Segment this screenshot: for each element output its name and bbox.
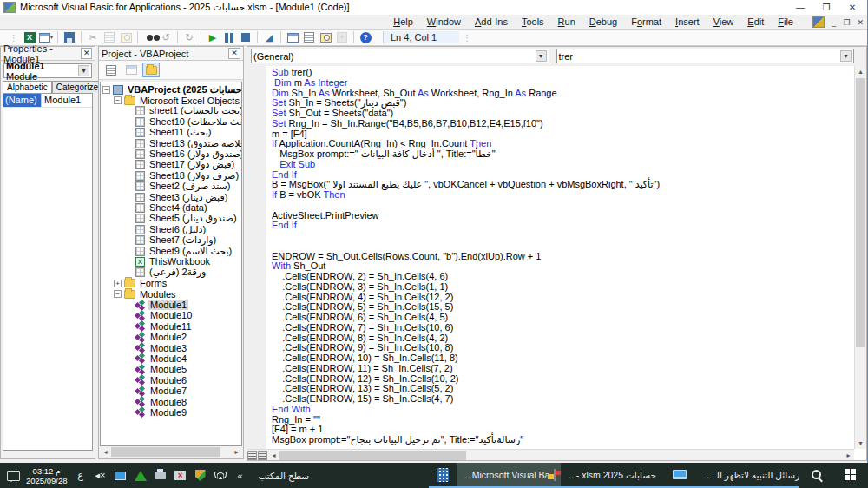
procedure-combo[interactable]: trer ▾ (556, 49, 855, 63)
code-editor[interactable]: Sub trer() Dim m As IntegerDim Sh_In As … (247, 66, 854, 449)
minimize-button[interactable]: — (787, 0, 813, 15)
code-line[interactable]: Dim m As Integer (272, 78, 854, 89)
title-bar[interactable]: Microsoft Visual Basic for Applications … (0, 0, 867, 15)
tree-item[interactable]: Module4 (102, 353, 241, 364)
view-code-icon[interactable] (102, 63, 120, 77)
tree-item[interactable]: Sheet18 (صرف دولار) (102, 170, 241, 181)
tree-expander-icon[interactable]: − (114, 290, 122, 298)
tree-item-label[interactable]: Sheet2 (سند صرف) (148, 181, 232, 192)
menu-add-ins[interactable]: Add-Ins (469, 16, 514, 28)
code-line[interactable] (272, 241, 854, 252)
close-button[interactable]: ✕ (839, 0, 865, 15)
properties-header[interactable]: Properties - Module1 ✕ (1, 47, 95, 61)
tree-item[interactable]: Sheet7 (واردات) (102, 234, 241, 245)
tree-item-label[interactable]: Module9 (148, 407, 188, 418)
tree-item[interactable]: Sheet16 (صندوق دولار) (102, 148, 241, 159)
tree-item[interactable]: Sheet11 (بحث) (102, 128, 241, 138)
mdi-minimize-button[interactable]: _ (832, 18, 836, 27)
tree-item-label[interactable]: Sheet13 (خلاصة صندوق) (148, 138, 242, 149)
scroll-left-icon[interactable]: ◂ (100, 446, 111, 458)
toolbar-grip-2[interactable]: ⋮ (463, 33, 471, 43)
tree-item[interactable]: Module3 (102, 342, 241, 353)
code-hscrollbar[interactable]: ◂ ▸ (247, 449, 854, 460)
tree-item[interactable]: −VBAProject (2025 حسابات.xlsm) (102, 84, 241, 95)
tree-item[interactable]: −Modules (102, 288, 241, 299)
scroll-up-icon[interactable]: ▴ (855, 66, 866, 77)
menu-debug[interactable]: Debug (583, 16, 623, 28)
menu-file[interactable]: File (772, 16, 799, 28)
tree-item[interactable]: Sheet13 (خلاصة صندوق) (102, 138, 241, 148)
wifi-icon[interactable] (214, 469, 227, 483)
code-line[interactable]: ActiveSheet.PrintPreview (272, 211, 854, 221)
mdi-restore-button[interactable]: ❐ (843, 18, 850, 27)
find-icon[interactable] (141, 30, 157, 44)
tree-item-label[interactable]: Sheet18 (صرف دولار) (148, 170, 240, 181)
tree-item-label[interactable]: Sheet7 (واردات) (148, 234, 218, 246)
tree-item[interactable]: XThisWorkbook (102, 256, 241, 267)
display-tray-icon[interactable] (114, 469, 128, 483)
code-line[interactable]: Set Rng_In = Sh_In.Range("B4,B5,B6,B7,B1… (272, 119, 854, 129)
tree-item-label[interactable]: Modules (138, 289, 178, 300)
tree-item[interactable]: Module5 (102, 364, 241, 374)
margin-indicator-bar[interactable] (247, 66, 266, 449)
code-line[interactable]: .Cells(ENDROW, 3) = Sh_In.Cells(1, 1) (272, 282, 854, 293)
project-hscrollbar[interactable]: ◂ ▸ (100, 446, 242, 458)
code-line[interactable]: .Cells(ENDROW, 10) = Sh_In.Cells(11, 8) (272, 353, 854, 364)
tree-item[interactable]: Module10 (102, 310, 241, 320)
code-line[interactable]: .Cells(ENDROW, 2) = Sh_In.Cells(4, 6) (272, 272, 854, 282)
tree-item[interactable]: Module8 (102, 396, 241, 406)
menu-insert[interactable]: Insert (669, 16, 706, 28)
tree-item-label[interactable]: Sheet6 (دليل) (148, 224, 207, 235)
full-module-view-icon[interactable] (258, 451, 267, 460)
tree-item-label[interactable]: ورقة2 (فرعي) (148, 267, 207, 278)
code-line[interactable]: Rng_In = "" (272, 415, 854, 425)
tree-item-label[interactable]: Microsoft Excel Objects (138, 96, 241, 106)
tree-expander-icon[interactable]: − (114, 96, 122, 104)
project-explorer-icon[interactable] (285, 30, 300, 44)
tree-item-label[interactable]: Sheet16 (صندوق دولار) (148, 148, 242, 160)
properties-window-icon[interactable] (301, 30, 317, 44)
property-name[interactable]: (Name) (3, 94, 42, 107)
tree-item-label[interactable]: Sheet10 (بحث ملاحظات) (148, 116, 242, 128)
toolbar-grip[interactable]: ⋮ (10, 33, 18, 43)
tree-item[interactable]: Module9 (102, 407, 241, 418)
scroll-right-icon[interactable]: ▸ (843, 452, 854, 459)
tree-item-label[interactable]: Sheet17 (قبض دولار) (148, 159, 236, 170)
project-close-icon[interactable]: ✕ (228, 48, 240, 59)
menu-help[interactable]: Help (387, 16, 419, 28)
tree-expander-icon[interactable]: + (114, 280, 122, 287)
object-selector[interactable]: Module1 Module ▾ (3, 63, 92, 78)
property-row[interactable]: (Name)Module1 (3, 94, 92, 108)
tree-item[interactable]: Module11 (102, 321, 241, 332)
taskbar-calculator[interactable] (429, 463, 457, 488)
code-line[interactable]: .Cells(ENDROW, 11) = Sh_In.Cells(7, 2) (272, 364, 854, 374)
project-header[interactable]: Project - VBAProject ✕ (99, 47, 243, 61)
code-line[interactable]: ENDROW = Sh_Out.Cells(Rows.Count, "b").E… (272, 252, 854, 262)
scroll-thumb[interactable] (279, 451, 466, 460)
tree-item-label[interactable]: sheet1 (بحث بالحساب) (148, 105, 242, 116)
tree-item-label[interactable]: Module10 (148, 310, 194, 320)
tree-item-label[interactable]: Sheet3 (قبض دينار) (148, 192, 229, 203)
tree-item-label[interactable]: Forms (138, 278, 168, 288)
chevron-down-icon[interactable]: ▾ (536, 50, 547, 62)
tree-item[interactable]: ورقة2 (فرعي) (102, 267, 241, 278)
action-center-icon[interactable] (7, 471, 20, 481)
tree-item-label[interactable]: VBAProject (2025 حسابات.xlsm) (126, 84, 242, 96)
chevron-down-icon[interactable]: ▾ (78, 65, 89, 76)
menu-format[interactable]: Format (625, 16, 667, 28)
tree-expander-icon[interactable]: − (102, 86, 110, 94)
menu-tools[interactable]: Tools (516, 16, 550, 28)
code-line[interactable]: .Cells(ENDROW, 6) = Sh_In.Cells(4, 5) (272, 313, 854, 323)
run-icon[interactable]: ▶ (205, 30, 220, 44)
code-line[interactable]: If B = vbOK Then (272, 190, 854, 201)
tree-item-label[interactable]: Sheet11 (بحث) (148, 127, 214, 138)
code-line[interactable]: .Cells(ENDROW, 7) = Sh_In.Cells(10, 6) (272, 323, 854, 333)
code-line[interactable]: Exit Sub (272, 160, 854, 170)
tree-item-label[interactable]: Module7 (148, 386, 188, 396)
code-line[interactable]: .Cells(ENDROW, 15) = Sh_In.Cells(4, 7) (272, 394, 854, 405)
menu-window[interactable]: Window (421, 16, 467, 28)
clock[interactable]: 03:12 م 2025/09/28 (26, 466, 68, 485)
code-line[interactable]: End With (272, 405, 854, 415)
tree-item-label[interactable]: Sheet4 (data) (148, 202, 209, 213)
taskbar-vba[interactable]: ...Microsoft Visual Ba (457, 463, 561, 488)
